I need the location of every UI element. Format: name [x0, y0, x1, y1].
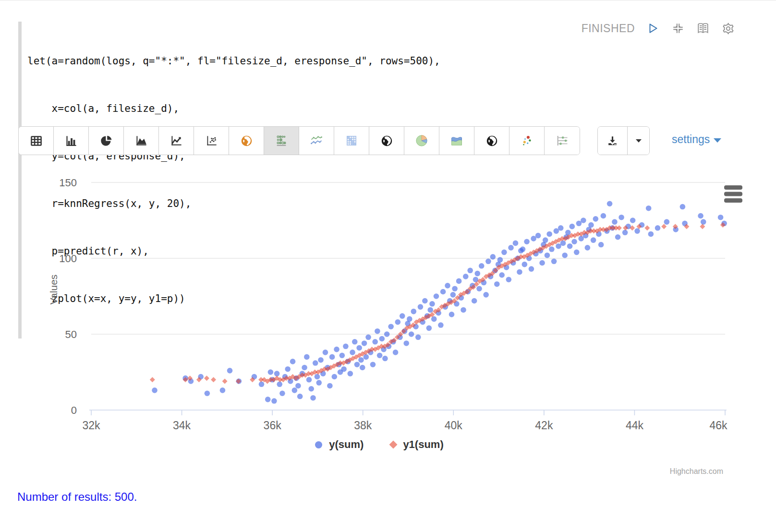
- gear-icon[interactable]: [721, 22, 735, 35]
- scatter-point-y(sum): [718, 215, 724, 220]
- viz-range-dots-button[interactable]: [545, 127, 580, 155]
- viz-scatter-matrix-button[interactable]: [264, 127, 299, 155]
- editor-toggle-icon[interactable]: [696, 22, 710, 35]
- scatter-point-y(sum): [427, 307, 433, 313]
- scatter-point-y(sum): [554, 228, 559, 234]
- viz-globe-2-button[interactable]: [474, 127, 509, 155]
- viz-area-pastel-button[interactable]: [439, 127, 474, 155]
- scatter-point-y(sum): [634, 228, 640, 234]
- scatter-point-y(sum): [395, 319, 401, 325]
- legend-label: y1(sum): [403, 438, 443, 451]
- viz-heatmap-button[interactable]: [334, 127, 369, 155]
- settings-toggle[interactable]: settings: [672, 133, 721, 146]
- regression-point-y1(sum): [700, 224, 705, 229]
- viz-scatter-button[interactable]: [194, 127, 229, 155]
- legend-label: y(sum): [329, 438, 364, 451]
- scatter-point-y(sum): [354, 362, 360, 367]
- highcharts-credits[interactable]: Highcharts.com: [670, 467, 723, 476]
- scatter-point-y(sum): [400, 313, 405, 319]
- scatter-point-y(sum): [429, 301, 435, 307]
- regression-point-y1(sum): [211, 377, 216, 382]
- scatter-point-y(sum): [593, 216, 599, 222]
- scatter-point-y(sum): [434, 293, 439, 299]
- scatter-point-y(sum): [403, 340, 409, 346]
- viz-line-chart-button[interactable]: [159, 127, 194, 155]
- scatter-point-y(sum): [472, 298, 477, 304]
- run-icon[interactable]: [646, 22, 660, 35]
- scatter-point-y(sum): [698, 213, 703, 219]
- scatter-point-y(sum): [377, 352, 383, 358]
- download-button[interactable]: [598, 127, 628, 155]
- scatter-point-y(sum): [543, 237, 548, 243]
- scatter-point-y(sum): [364, 354, 369, 360]
- scatter-point-y(sum): [356, 345, 362, 351]
- viz-map-orange-button[interactable]: [229, 127, 264, 155]
- download-caret-button[interactable]: [628, 127, 649, 155]
- scatter-point-y(sum): [565, 230, 571, 235]
- viz-bubble-colors-button[interactable]: [509, 127, 545, 155]
- scatter-point-y(sum): [384, 331, 390, 337]
- scatter-point-y(sum): [295, 383, 301, 389]
- scatter-point-y(sum): [271, 398, 277, 404]
- scatter-point-y(sum): [411, 309, 417, 314]
- viz-bar-chart-button[interactable]: [54, 127, 89, 155]
- scatter-point-y(sum): [615, 234, 621, 240]
- legend-marker-diamond: [389, 441, 398, 449]
- scatter-point-y(sum): [598, 242, 604, 248]
- scatter-point-y(sum): [567, 243, 573, 249]
- collapse-icon[interactable]: [671, 22, 685, 35]
- chart-context-menu-icon[interactable]: [724, 198, 742, 203]
- scatter-point-y(sum): [152, 387, 158, 393]
- scatter-point-y(sum): [450, 292, 456, 298]
- scatter-point-y(sum): [334, 347, 340, 352]
- scatter-point-y(sum): [297, 394, 303, 399]
- scatter-point-y(sum): [362, 340, 367, 346]
- scatter-point-y(sum): [501, 250, 507, 255]
- scatter-point-y(sum): [318, 357, 324, 363]
- viz-multi-line-button[interactable]: [299, 127, 334, 155]
- legend-item-y1(sum)[interactable]: y1(sum): [390, 438, 443, 451]
- x-tick-label: 40k: [445, 419, 463, 432]
- scatter-point-y(sum): [591, 237, 596, 243]
- viz-area-chart-button[interactable]: [124, 127, 159, 155]
- scatter-point-y(sum): [415, 335, 421, 340]
- regression-point-y1(sum): [204, 375, 209, 381]
- scatter-point-y(sum): [529, 266, 534, 272]
- scatter-point-y(sum): [558, 225, 564, 231]
- viz-table-button[interactable]: [19, 127, 54, 155]
- scatter-point-y(sum): [494, 281, 500, 287]
- chart-context-menu-icon[interactable]: [724, 185, 742, 190]
- scatter-point-y(sum): [545, 253, 550, 258]
- code-line: x=col(a, filesize_d),: [27, 101, 440, 117]
- scatter-point-y(sum): [259, 381, 265, 387]
- scatter-point-y(sum): [418, 304, 424, 310]
- scatter-point-y(sum): [474, 271, 480, 277]
- x-tick-label: 42k: [535, 419, 553, 432]
- scatter-point-y(sum): [327, 383, 333, 389]
- scatter-point-y(sum): [313, 360, 318, 366]
- scatter-point-y(sum): [485, 259, 491, 265]
- scatter-point-y(sum): [348, 371, 353, 376]
- scatter-point-y(sum): [701, 219, 706, 225]
- chart-context-menu-icon[interactable]: [724, 192, 742, 196]
- scatter-point-y(sum): [323, 350, 328, 355]
- legend-item-y(sum)[interactable]: y(sum): [315, 438, 364, 451]
- scatter-point-y(sum): [456, 278, 462, 284]
- viz-globe-1-button[interactable]: [369, 127, 404, 155]
- scatter-point-y(sum): [343, 343, 349, 349]
- viz-pie-chart-button[interactable]: [89, 127, 124, 155]
- scatter-point-y(sum): [508, 245, 514, 251]
- scatter-point-y(sum): [316, 380, 322, 386]
- scatter-point-y(sum): [535, 233, 541, 239]
- paragraph-controls: FINISHED: [582, 22, 735, 35]
- x-tick-label: 36k: [264, 419, 282, 432]
- scatter-point-y(sum): [308, 386, 314, 392]
- regression-point-y1(sum): [661, 224, 667, 229]
- highcharts-container: Values 05010015032k34k36k38k40k42k44k46k…: [0, 164, 776, 488]
- scatter-point-y(sum): [205, 390, 210, 396]
- scatter-point-y(sum): [310, 395, 316, 401]
- scatter-point-y(sum): [562, 253, 568, 258]
- scatter-point-y(sum): [522, 262, 528, 267]
- viz-pie-pastel-button[interactable]: [404, 127, 439, 155]
- scatter-point-y(sum): [358, 357, 364, 363]
